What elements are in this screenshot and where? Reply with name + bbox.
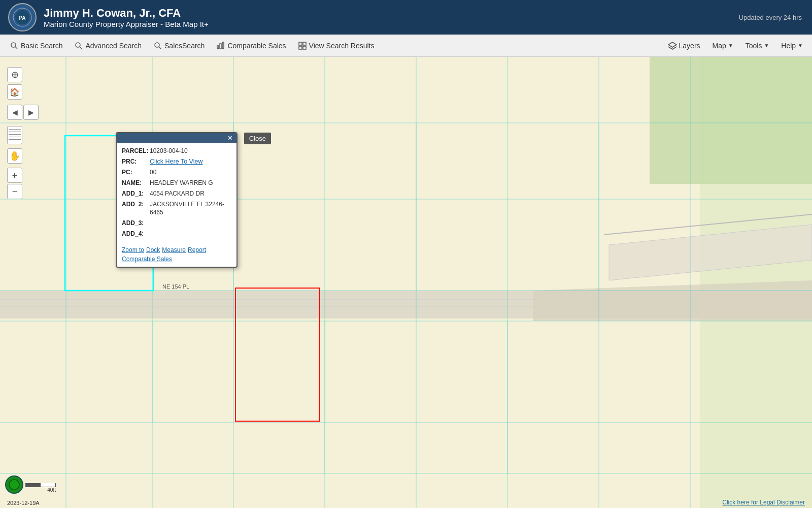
nav-map-label: Map xyxy=(713,42,726,50)
nav-tools[interactable]: Tools ▼ xyxy=(740,39,774,52)
ruler-tool xyxy=(7,126,22,144)
nav-view-search-results-label: View Search Results xyxy=(309,42,375,50)
popup-add3-row: ADD_3: xyxy=(122,219,231,228)
logo: PA xyxy=(8,3,37,31)
svg-rect-9 xyxy=(217,46,219,49)
popup-add1-label: ADD_1: xyxy=(122,189,150,198)
popup-header: ✕ xyxy=(117,133,236,143)
action-comparable-sales[interactable]: Comparable Sales xyxy=(122,256,172,263)
map-dropdown-arrow: ▼ xyxy=(728,43,733,48)
popup-close-x-btn[interactable]: ✕ xyxy=(226,134,234,142)
nav-basic-search-label: Basic Search xyxy=(21,42,62,50)
svg-point-3 xyxy=(11,43,16,47)
zoom-in-btn[interactable]: + xyxy=(7,168,22,183)
nav-arrows: ◀ ▶ xyxy=(7,105,39,120)
action-measure[interactable]: Measure xyxy=(162,246,186,253)
action-zoom-to[interactable]: Zoom to xyxy=(122,246,144,253)
svg-rect-11 xyxy=(222,42,224,49)
next-btn[interactable]: ▶ xyxy=(23,105,39,120)
pan-btn[interactable]: ✋ xyxy=(7,148,22,164)
popup-close-button[interactable]: Close xyxy=(244,133,271,144)
map-container[interactable]: NE 154 PL ⊕ 🏠 ◀ ▶ ✋ xyxy=(0,57,812,508)
svg-rect-10 xyxy=(220,44,221,49)
popup-prc-row: PRC: Click Here To View xyxy=(122,157,231,167)
popup-pc-row: PC: 00 xyxy=(122,168,231,177)
globe-button[interactable] xyxy=(5,475,23,494)
popup-add4-label: ADD_4: xyxy=(122,230,150,238)
popup-name-value: HEADLEY WARREN G xyxy=(150,179,213,187)
map-background: NE 154 PL xyxy=(0,57,812,508)
popup-body: PARCEL: 10203-004-10 PRC: Click Here To … xyxy=(117,143,236,244)
map-controls: ⊕ 🏠 ◀ ▶ ✋ + − xyxy=(7,67,39,199)
nav-sales-search[interactable]: SalesSearch xyxy=(148,39,211,53)
svg-line-6 xyxy=(80,47,82,49)
nav-help[interactable]: Help ▼ xyxy=(776,39,808,52)
popup-parcel-label: PARCEL: xyxy=(122,147,150,155)
nav-basic-search[interactable]: Basic Search xyxy=(4,39,69,53)
popup-pc-value: 00 xyxy=(150,168,156,177)
nav-view-search-results[interactable]: View Search Results xyxy=(292,39,381,53)
org-subtitle: Marion County Property Appraiser - Beta … xyxy=(44,20,209,28)
svg-line-8 xyxy=(159,47,161,49)
popup-add2-value: JACKSONVILLE FL 32246-6465 xyxy=(150,200,231,217)
prev-btn[interactable]: ◀ xyxy=(7,105,22,120)
popup-add3-label: ADD_3: xyxy=(122,219,150,228)
legal-disclaimer-link[interactable]: Click here for Legal Disclaimer xyxy=(722,499,805,506)
popup-add1-row: ADD_1: 4054 PACKARD DR xyxy=(122,189,231,198)
nav-tools-label: Tools xyxy=(746,42,762,50)
popup-name-row: NAME: HEADLEY WARREN G xyxy=(122,179,231,187)
nav-layers[interactable]: Layers xyxy=(663,39,705,53)
svg-rect-14 xyxy=(299,46,302,49)
popup-parcel-row: PARCEL: 10203-004-10 xyxy=(122,147,231,155)
target-btn[interactable]: ⊕ xyxy=(7,67,22,82)
header: PA Jimmy H. Cowan, Jr., CFA Marion Count… xyxy=(0,0,812,35)
popup-prc-label: PRC: xyxy=(122,157,150,167)
help-dropdown-arrow: ▼ xyxy=(798,43,803,48)
parcel-popup: ✕ Close PARCEL: 10203-004-10 PRC: Click … xyxy=(116,132,238,268)
zoom-out-btn[interactable]: − xyxy=(7,184,22,199)
scale-label: 40ft xyxy=(25,487,56,493)
svg-rect-12 xyxy=(299,42,302,45)
nav-advanced-search-label: Advanced Search xyxy=(85,42,142,50)
navbar: Basic Search Advanced Search SalesSearch… xyxy=(0,35,812,57)
zoom-controls: + − xyxy=(7,168,39,199)
update-notice: Updated every 24 hrs xyxy=(739,14,802,21)
svg-point-5 xyxy=(76,43,80,47)
action-dock[interactable]: Dock xyxy=(146,246,160,253)
svg-marker-16 xyxy=(668,42,676,47)
home-btn[interactable]: 🏠 xyxy=(7,84,22,100)
popup-pc-label: PC: xyxy=(122,168,150,177)
popup-actions: Zoom to Dock Measure Report Comparable S… xyxy=(117,244,236,267)
nav-advanced-search[interactable]: Advanced Search xyxy=(69,39,148,53)
popup-add1-value: 4054 PACKARD DR xyxy=(150,189,205,198)
nav-comparable-sales[interactable]: Comparable Sales xyxy=(211,39,292,53)
popup-add2-label: ADD_2: xyxy=(122,200,150,217)
popup-prc-link[interactable]: Click Here To View xyxy=(150,157,202,167)
popup-add4-row: ADD_4: xyxy=(122,230,231,238)
svg-rect-15 xyxy=(303,46,306,49)
nav-right: Layers Map ▼ Tools ▼ Help ▼ xyxy=(663,39,808,53)
nav-comparable-sales-label: Comparable Sales xyxy=(227,42,286,50)
svg-point-7 xyxy=(155,43,159,47)
nav-sales-search-label: SalesSearch xyxy=(164,42,205,50)
nav-help-label: Help xyxy=(781,42,796,50)
popup-add2-row: ADD_2: JACKSONVILLE FL 32246-6465 xyxy=(122,200,231,217)
action-report[interactable]: Report xyxy=(188,246,206,253)
nav-layers-label: Layers xyxy=(679,42,700,50)
header-title: Jimmy H. Cowan, Jr., CFA Marion County P… xyxy=(44,7,209,28)
svg-line-4 xyxy=(15,47,17,49)
nav-map[interactable]: Map ▼ xyxy=(707,39,738,52)
popup-name-label: NAME: xyxy=(122,179,150,187)
svg-text:NE 154 PL: NE 154 PL xyxy=(162,283,189,290)
scale-bar: 40ft xyxy=(25,483,56,493)
svg-rect-13 xyxy=(303,42,306,45)
tools-dropdown-arrow: ▼ xyxy=(764,43,769,48)
org-name: Jimmy H. Cowan, Jr., CFA xyxy=(44,7,209,20)
popup-parcel-value: 10203-004-10 xyxy=(150,147,188,155)
svg-text:PA: PA xyxy=(19,15,25,21)
